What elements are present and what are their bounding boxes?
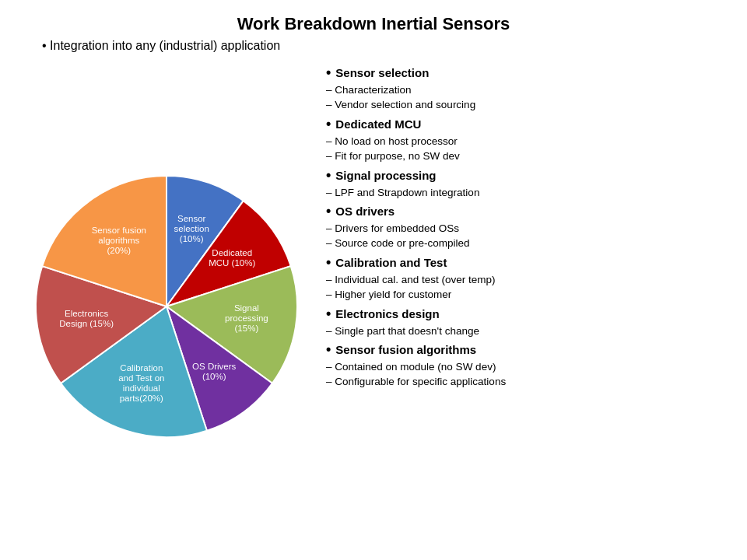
bullet-sub-3-1: Source code or pre-compiled (326, 236, 728, 251)
bullet-sub-4-0: Individual cal. and test (over temp) (326, 272, 728, 288)
bullet-sub-2-0: LPF and Strapdown integration (326, 185, 728, 201)
bullet-main-4: Calibration and Test (326, 254, 728, 271)
bullet-main-0: Sensor selection (326, 65, 728, 82)
pie-label-1: DedicatedMCU (10%) (209, 248, 255, 268)
bullet-sub-3-0: Drivers for embedded OSs (326, 221, 728, 236)
page: Work Breakdown Inertial Sensors Integrat… (0, 0, 747, 560)
content-area: Sensorselection(10%)DedicatedMCU (10%)Si… (19, 61, 728, 552)
page-title: Work Breakdown Inertial Sensors (19, 14, 728, 34)
chart-area: Sensorselection(10%)DedicatedMCU (10%)Si… (19, 61, 314, 552)
bullet-main-3: OS drivers (326, 203, 728, 220)
bullet-area: Sensor selectionCharacterizationVendor s… (322, 61, 728, 552)
bullet-sub-1-0: No load on host processor (326, 134, 728, 149)
bullet-sub-5-0: Single part that doesn't change (326, 324, 728, 339)
pie-chart-svg: Sensorselection(10%)DedicatedMCU (10%)Si… (26, 166, 307, 446)
bullet-sub-6-1: Configurable for specific applications (326, 374, 728, 390)
bullet-sub-0-1: Vendor selection and sourcing (326, 97, 728, 113)
bullet-sub-1-1: Fit for purpose, no SW dev (326, 149, 728, 164)
bullet-main-1: Dedicated MCU (326, 116, 728, 133)
bullet-main-6: Sensor fusion algorithms (326, 341, 728, 359)
pie-label-5: ElectronicsDesign (15%) (59, 309, 114, 328)
bullet-sub-0-0: Characterization (326, 82, 728, 98)
bullet-sub-6-0: Contained on module (no SW dev) (326, 359, 728, 375)
bullet-main-5: Electronics design (326, 306, 728, 323)
subtitle: Integration into any (industrial) applic… (19, 39, 728, 53)
bullet-main-2: Signal processing (326, 167, 728, 184)
bullet-sub-4-1: Higher yield for customer (326, 287, 728, 303)
pie-label-4: Calibrationand Test onindividualparts(20… (118, 363, 164, 403)
